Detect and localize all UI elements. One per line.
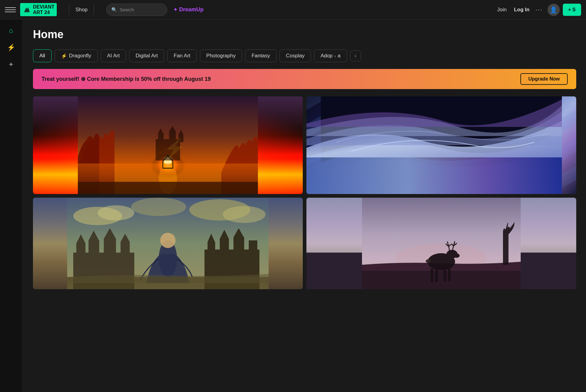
upgrade-now-button[interactable]: Upgrade Now bbox=[520, 73, 568, 85]
svg-rect-4 bbox=[158, 133, 164, 142]
svg-rect-48 bbox=[435, 268, 438, 282]
svg-rect-24 bbox=[104, 239, 116, 256]
category-tabs: All ⚡ Dragonfly AI Art Digital Art Fan A… bbox=[33, 49, 576, 62]
search-bar[interactable]: 🔍 Search bbox=[106, 4, 167, 16]
sidebar-item-activity[interactable]: ⚡ bbox=[4, 40, 18, 55]
svg-point-51 bbox=[426, 259, 431, 263]
tab-ai-art[interactable]: AI Art bbox=[101, 49, 126, 62]
more-menu-button[interactable]: ··· bbox=[536, 6, 543, 13]
dreamup-star-icon: ✦ bbox=[173, 7, 177, 13]
tab-dragonfly[interactable]: ⚡ Dragonfly bbox=[55, 49, 98, 62]
svg-point-17 bbox=[98, 205, 134, 221]
tab-adoptables[interactable]: Adop›a bbox=[314, 49, 347, 62]
login-button[interactable]: Log In bbox=[514, 7, 530, 13]
tab-adoptables-label: Adop bbox=[320, 53, 333, 59]
dreamup-link[interactable]: ✦ DreamUp bbox=[173, 6, 204, 13]
nav-divider-2 bbox=[94, 5, 94, 15]
dragonfly-icon: ⚡ bbox=[61, 53, 67, 59]
gallery-image-blue-waves bbox=[306, 96, 576, 194]
svg-point-39 bbox=[160, 233, 175, 248]
shop-link[interactable]: Shop bbox=[75, 7, 88, 13]
promo-text: Treat yourself! ⊛ Core Membership is 50%… bbox=[42, 76, 211, 82]
logo-text: DEVIANT ART 24 bbox=[33, 4, 54, 15]
gallery-image-deer-silhouette bbox=[306, 198, 576, 289]
gallery-item-deer-silhouette[interactable] bbox=[306, 198, 576, 289]
top-navigation: DEVIANT ART 24 Shop 🔍 Search ✦ DreamUp J… bbox=[0, 0, 586, 20]
tab-fan-art[interactable]: Fan Art bbox=[167, 49, 197, 62]
svg-rect-23 bbox=[89, 240, 99, 256]
svg-point-19 bbox=[223, 206, 266, 223]
gallery-image-castle-sunset: ⚡ bbox=[33, 96, 303, 194]
logo[interactable]: DEVIANT ART 24 bbox=[20, 3, 57, 16]
search-icon: 🔍 bbox=[111, 7, 117, 13]
chevron-right-icon-tabs: › bbox=[355, 53, 356, 59]
svg-rect-50 bbox=[448, 268, 450, 281]
gallery-item-blue-waves[interactable] bbox=[306, 96, 576, 194]
home-icon: ⌂ bbox=[9, 27, 13, 34]
avatar-icon: 👤 bbox=[550, 6, 557, 13]
dreamup-label: DreamUp bbox=[179, 6, 204, 13]
tab-cosplay[interactable]: Cosplay bbox=[280, 49, 311, 62]
svg-rect-49 bbox=[444, 268, 446, 281]
hamburger-menu[interactable] bbox=[5, 4, 16, 15]
tab-photography[interactable]: Photography bbox=[200, 49, 242, 62]
deviantart-icon: ✦ bbox=[8, 61, 14, 69]
svg-point-20 bbox=[131, 198, 186, 216]
tab-digital-art[interactable]: Digital Art bbox=[129, 49, 164, 62]
search-placeholder: Search bbox=[120, 7, 134, 12]
gallery-item-castle-sunset[interactable]: ⚡ bbox=[33, 96, 303, 194]
page-title: Home bbox=[33, 28, 576, 41]
gallery-grid: ⚡ bbox=[33, 96, 576, 289]
tab-all[interactable]: All bbox=[33, 49, 52, 62]
svg-text:⚡: ⚡ bbox=[163, 137, 186, 159]
svg-rect-25 bbox=[121, 242, 130, 256]
svg-point-2 bbox=[164, 156, 172, 165]
svg-point-46 bbox=[454, 254, 460, 258]
svg-rect-31 bbox=[208, 242, 215, 253]
lightning-icon: ⚡ bbox=[7, 44, 15, 52]
svg-rect-47 bbox=[431, 268, 433, 282]
user-avatar[interactable]: 👤 bbox=[548, 4, 560, 16]
svg-rect-32 bbox=[220, 239, 229, 253]
gallery-item-wizard-castle[interactable] bbox=[33, 198, 303, 289]
promo-banner: Treat yourself! ⊛ Core Membership is 50%… bbox=[33, 69, 576, 89]
svg-rect-33 bbox=[233, 237, 244, 253]
sidebar-item-home[interactable]: ⌂ bbox=[4, 23, 18, 38]
svg-rect-34 bbox=[249, 240, 257, 253]
svg-rect-12 bbox=[78, 182, 258, 194]
sidebar: ⌂ ⚡ ✦ bbox=[0, 20, 22, 392]
tab-fantasy[interactable]: Fantasy bbox=[245, 49, 276, 62]
sidebar-item-deviantart[interactable]: ✦ bbox=[4, 57, 18, 72]
tab-dragonfly-label: Dragonfly bbox=[69, 53, 91, 59]
chevron-right-icon: › bbox=[335, 54, 336, 58]
tabs-more-button[interactable]: › bbox=[350, 50, 361, 61]
main-content: Home All ⚡ Dragonfly AI Art Digital Art … bbox=[22, 20, 586, 392]
submit-button[interactable]: + S bbox=[563, 4, 581, 16]
gallery-image-wizard-castle bbox=[33, 198, 303, 289]
join-button[interactable]: Join bbox=[497, 7, 507, 13]
nav-divider bbox=[69, 5, 69, 15]
svg-rect-22 bbox=[76, 243, 85, 256]
